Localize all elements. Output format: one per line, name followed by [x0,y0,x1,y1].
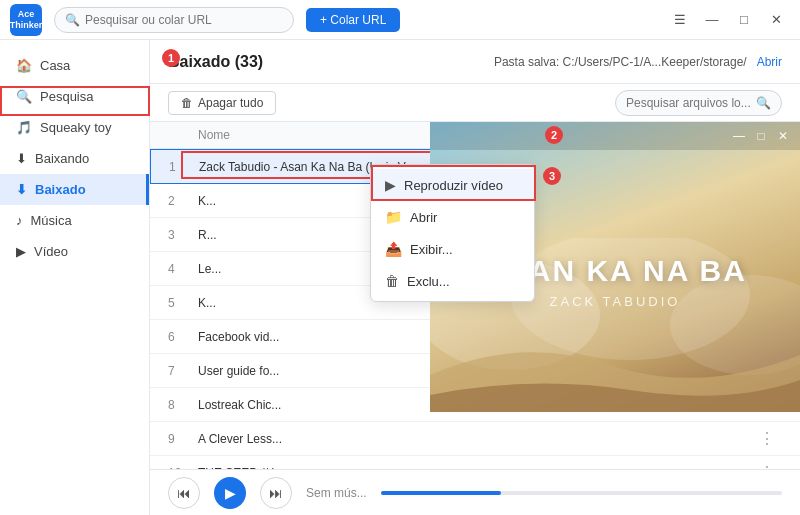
next-track-button[interactable]: ⏭ [260,477,292,509]
trash-icon: 🗑 [181,96,193,110]
baixando-icon: ⬇ [16,151,27,166]
colar-url-label: + Colar URL [320,13,386,27]
delete-icon: 🗑 [385,273,399,289]
file-table: Nome Formato Tamanho Data 1 Zack Tabudio… [150,122,800,469]
minimize-button[interactable]: — [698,8,726,32]
annotation-badge-1: 1 [162,49,180,67]
delete-all-label: Apagar tudo [198,96,263,110]
media-progress-bar[interactable] [381,491,782,495]
table-row[interactable]: 9 A Clever Less... ⋮ [150,422,800,456]
sidebar-item-video[interactable]: ▶ Vídeo [0,236,149,267]
search-icon: 🔍 [65,13,80,27]
context-menu: ▶ Reproduzir vídeo 📁 Abrir 📤 Exibir... 🗑… [370,164,535,302]
video-titlebar: — □ ✕ [430,122,800,150]
titlebar: AceThinker 🔍 + Colar URL ☰ — □ ✕ [0,0,800,40]
delete-all-button[interactable]: 🗑 Apagar tudo [168,91,276,115]
storage-path: Pasta salva: C:/Users/PC-1/A...Keeper/st… [494,55,747,69]
row-name: User guide fo... [198,364,442,378]
track-label: Sem mús... [306,486,367,500]
sidebar-label-casa: Casa [40,58,70,73]
bottom-bar: ⏮ ▶ ⏭ Sem mús... [150,469,800,515]
sidebar-label-baixando: Baixando [35,151,89,166]
window-controls: ☰ — □ ✕ [666,8,790,32]
ctx-open-label: Abrir [410,210,437,225]
video-minimize-button[interactable]: — [728,126,750,146]
row-num: 9 [168,432,198,446]
ctx-delete-label: Exclu... [407,274,450,289]
row-num: 10 [168,466,198,470]
col-name: Nome [198,128,442,142]
col-num [168,128,198,142]
row-num: 2 [168,194,198,208]
ctx-show-label: Exibir... [410,242,453,257]
search-bar[interactable]: 🔍 [54,7,294,33]
video-close-button[interactable]: ✕ [772,126,794,146]
page-title: Baixado (33) [168,53,263,71]
toolbar: 🗑 Apagar tudo 🔍 [150,84,800,122]
play-icon: ▶ [385,177,396,193]
ctx-play-label: Reproduzir vídeo [404,178,503,193]
media-progress-fill [381,491,501,495]
casa-icon: 🏠 [16,58,32,73]
video-icon: ▶ [16,244,26,259]
search-files-icon: 🔍 [756,96,771,110]
table-row[interactable]: 10 THE SEED // L... ⋮ [150,456,800,469]
sidebar-item-baixando[interactable]: ⬇ Baixando [0,143,149,174]
sidebar-label-baixado: Baixado [35,182,86,197]
row-name: A Clever Less... [198,432,442,446]
ctx-delete[interactable]: 🗑 Exclu... [371,265,534,297]
sidebar-item-baixado[interactable]: ⬇ Baixado [0,174,149,205]
annotation-badge-3: 3 [543,167,561,185]
row-num: 1 [169,160,199,174]
prev-track-button[interactable]: ⏮ [168,477,200,509]
storage-info: Pasta salva: C:/Users/PC-1/A...Keeper/st… [494,55,782,69]
baixado-icon: ⬇ [16,182,27,197]
sidebar: 🏠 Casa 🔍 Pesquisa 🎵 Squeaky toy ⬇ Baixan… [0,40,150,515]
row-num: 8 [168,398,198,412]
abrir-link[interactable]: Abrir [757,55,782,69]
colar-url-button[interactable]: + Colar URL [306,8,400,32]
maximize-button[interactable]: □ [730,8,758,32]
sidebar-label-video: Vídeo [34,244,68,259]
play-button[interactable]: ▶ [214,477,246,509]
close-button[interactable]: ✕ [762,8,790,32]
export-icon: 📤 [385,241,402,257]
pesquisa-icon: 🔍 [16,89,32,104]
squeaky-icon: 🎵 [16,120,32,135]
url-search-input[interactable] [85,13,283,27]
sidebar-item-casa[interactable]: 🏠 Casa [0,50,149,81]
sidebar-item-pesquisa[interactable]: 🔍 Pesquisa [0,81,149,112]
row-name: Lostreak Chic... [198,398,442,412]
row-name: Facebook vid... [198,330,442,344]
folder-open-icon: 📁 [385,209,402,225]
row-num: 5 [168,296,198,310]
row-more-icon[interactable]: ⋮ [752,463,782,469]
sidebar-item-musica[interactable]: ♪ Música [0,205,149,236]
content-area: Baixado (33) Pasta salva: C:/Users/PC-1/… [150,40,800,515]
ctx-open[interactable]: 📁 Abrir [371,201,534,233]
row-num: 6 [168,330,198,344]
sidebar-label-squeaky: Squeaky toy [40,120,112,135]
sidebar-label-musica: Música [31,213,72,228]
annotation-badge-2: 2 [545,126,563,144]
ctx-play-video[interactable]: ▶ Reproduzir vídeo [371,169,534,201]
app-logo: AceThinker [10,4,42,36]
content-header: Baixado (33) Pasta salva: C:/Users/PC-1/… [150,40,800,84]
sidebar-item-squeaky[interactable]: 🎵 Squeaky toy [0,112,149,143]
row-name: THE SEED // L... [198,466,442,470]
row-num: 4 [168,262,198,276]
search-files[interactable]: 🔍 [615,90,782,116]
sidebar-label-pesquisa: Pesquisa [40,89,93,104]
video-maximize-button[interactable]: □ [750,126,772,146]
app-name: AceThinker [10,9,43,31]
search-files-input[interactable] [626,96,756,110]
menu-button[interactable]: ☰ [666,8,694,32]
row-num: 7 [168,364,198,378]
row-more-icon[interactable]: ⋮ [752,429,782,448]
main-layout: 🏠 Casa 🔍 Pesquisa 🎵 Squeaky toy ⬇ Baixan… [0,40,800,515]
row-num: 3 [168,228,198,242]
ctx-show[interactable]: 📤 Exibir... [371,233,534,265]
musica-icon: ♪ [16,213,23,228]
